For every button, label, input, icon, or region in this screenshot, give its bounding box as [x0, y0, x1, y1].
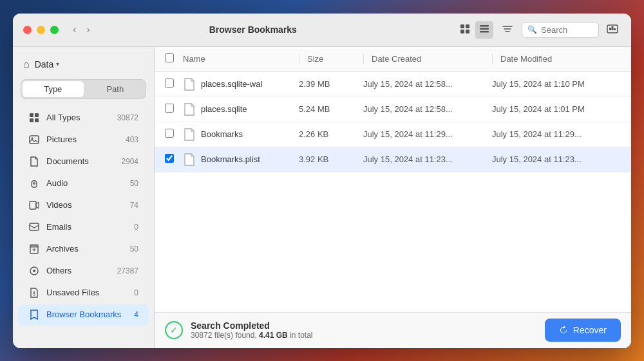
- others-icon: [28, 265, 40, 277]
- file-icon: [183, 78, 196, 91]
- status-text: Search Completed 30872 file(s) found, 4.…: [191, 320, 545, 340]
- svg-rect-13: [614, 28, 616, 30]
- col-header-date-created: Date Created: [363, 54, 492, 64]
- audio-icon: [28, 178, 40, 189]
- file-date-created-2: July 15, 2024 at 12:58...: [363, 104, 492, 114]
- sidebar-label-videos: Videos: [46, 200, 124, 210]
- filter-button[interactable]: [498, 21, 516, 39]
- grid-icon: [460, 24, 470, 34]
- row-checkbox-col: [165, 104, 183, 115]
- table-row[interactable]: Bookmarks 2.26 KB July 15, 2024 at 11:29…: [155, 122, 631, 147]
- file-size-2: 5.24 MB: [299, 104, 363, 114]
- titlebar-right: 🔍: [456, 20, 621, 39]
- status-title: Search Completed: [191, 320, 545, 331]
- svg-rect-17: [35, 118, 39, 122]
- home-icon: ⌂: [23, 59, 30, 70]
- search-box: 🔍: [522, 22, 599, 38]
- row-3-checkbox[interactable]: [165, 129, 174, 138]
- table-row[interactable]: Bookmarks.plist 3.92 KB July 15, 2024 at…: [155, 147, 631, 172]
- sidebar-label-unsaved-files: Unsaved Files: [46, 288, 128, 297]
- svg-point-19: [32, 137, 33, 139]
- svg-rect-11: [609, 28, 611, 30]
- row-2-checkbox[interactable]: [165, 104, 174, 113]
- row-1-checkbox[interactable]: [165, 79, 174, 88]
- svg-point-25: [33, 270, 35, 272]
- sidebar-item-others[interactable]: Others 27387: [18, 261, 149, 281]
- svg-rect-2: [460, 30, 464, 33]
- row-checkbox-col: [165, 154, 183, 165]
- sidebar-item-all-types[interactable]: All Types 30872: [18, 107, 149, 128]
- recover-button[interactable]: Recover: [545, 319, 621, 342]
- titlebar: ‹ › Browser Bookmarks: [13, 14, 631, 47]
- sidebar-count-videos: 74: [130, 201, 138, 210]
- total-size: 4.41 GB: [259, 331, 288, 340]
- status-subtitle: 30872 file(s) found, 4.41 GB in total: [191, 331, 545, 340]
- maximize-button[interactable]: [50, 26, 59, 34]
- sidebar-label-others: Others: [46, 266, 111, 275]
- sidebar-item-documents[interactable]: Documents 2904: [18, 151, 149, 172]
- sidebar-item-unsaved-files[interactable]: Unsaved Files 0: [18, 282, 149, 303]
- table-row[interactable]: places.sqlite-wal 2.39 MB July 15, 2024 …: [155, 72, 631, 97]
- svg-rect-4: [480, 25, 489, 27]
- file-date-modified-2: July 15, 2024 at 1:01 PM: [492, 104, 621, 114]
- pictures-icon: [28, 134, 40, 145]
- tab-type[interactable]: Type: [23, 81, 84, 97]
- emails-icon: [28, 221, 40, 233]
- table-header: Name Size Date Created Date Modified: [155, 47, 631, 72]
- table-row[interactable]: places.sqlite 5.24 MB July 15, 2024 at 1…: [155, 97, 631, 122]
- sidebar-count-audio: 50: [130, 179, 138, 188]
- minimize-button[interactable]: [37, 26, 45, 34]
- tab-row: Type Path: [21, 79, 146, 99]
- file-date-created-4: July 15, 2024 at 11:23...: [363, 154, 492, 164]
- sidebar-item-videos[interactable]: Videos 74: [18, 195, 149, 216]
- file-icon: [183, 128, 196, 141]
- forward-button[interactable]: ›: [82, 23, 93, 37]
- window-title: Browser Bookmarks: [102, 24, 404, 35]
- search-complete-icon: ✓: [165, 321, 183, 339]
- back-button[interactable]: ‹: [69, 23, 80, 37]
- file-date-modified-4: July 15, 2024 at 11:23...: [492, 154, 621, 164]
- svg-rect-14: [30, 113, 33, 117]
- sidebar-label-archives: Archives: [46, 244, 124, 254]
- sidebar: ⌂ Data ▾ Type Path All Types 30872: [13, 47, 155, 348]
- data-dropdown[interactable]: Data ▾: [35, 59, 60, 69]
- row-checkbox-col: [165, 129, 183, 140]
- all-types-icon: [28, 112, 40, 124]
- filter-icon: [502, 24, 513, 34]
- svg-rect-20: [30, 201, 36, 209]
- dropdown-arrow-icon: ▾: [56, 60, 59, 68]
- file-date-created-1: July 15, 2024 at 12:58...: [363, 79, 492, 89]
- nav-buttons: ‹ ›: [69, 23, 94, 37]
- sidebar-item-audio[interactable]: Audio 50: [18, 173, 149, 194]
- sidebar-item-pictures[interactable]: Pictures 403: [18, 129, 149, 150]
- file-name-4: Bookmarks.plist: [201, 154, 299, 164]
- content-area: ⌂ Data ▾ Type Path All Types 30872: [13, 47, 631, 348]
- subtitle-suffix: in total: [290, 331, 312, 340]
- list-view-button[interactable]: [475, 21, 493, 39]
- share-button[interactable]: [604, 20, 621, 39]
- archives-icon: [28, 243, 40, 255]
- sidebar-item-browser-bookmarks[interactable]: Browser Bookmarks 4: [18, 304, 149, 325]
- search-input[interactable]: [541, 25, 592, 35]
- file-list: places.sqlite-wal 2.39 MB July 15, 2024 …: [155, 72, 631, 312]
- search-icon: 🔍: [527, 25, 537, 34]
- sidebar-item-emails[interactable]: Emails 0: [18, 217, 149, 237]
- sidebar-item-archives[interactable]: Archives 50: [18, 239, 149, 259]
- file-icon: [183, 153, 196, 166]
- select-all-checkbox[interactable]: [165, 53, 174, 62]
- sidebar-count-documents: 2904: [121, 157, 138, 166]
- file-size-3: 2.26 KB: [299, 129, 363, 139]
- sidebar-count-others: 27387: [117, 266, 138, 275]
- recover-icon: [559, 326, 568, 335]
- close-button[interactable]: [23, 26, 32, 34]
- col-header-name: Name: [183, 54, 299, 64]
- traffic-lights: [23, 26, 59, 34]
- svg-rect-6: [480, 31, 489, 33]
- svg-rect-0: [460, 24, 464, 28]
- row-4-checkbox[interactable]: [165, 154, 174, 163]
- tab-path[interactable]: Path: [85, 80, 146, 98]
- grid-view-button[interactable]: [456, 21, 474, 39]
- row-checkbox-col: [165, 79, 183, 90]
- sidebar-count-emails: 0: [134, 223, 138, 232]
- sidebar-label-pictures: Pictures: [46, 134, 119, 144]
